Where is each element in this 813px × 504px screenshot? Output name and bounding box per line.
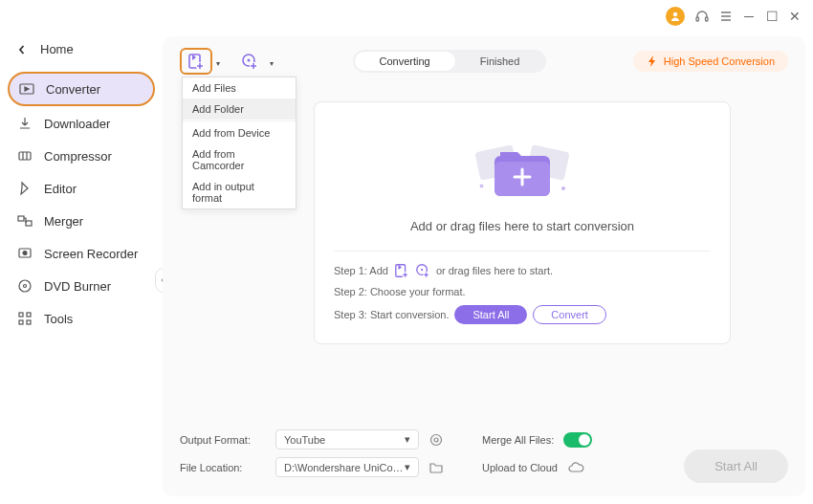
start-all-main-button[interactable]: Start All [684, 449, 788, 483]
merger-icon [17, 213, 33, 229]
chevron-down-icon: ▾ [216, 59, 220, 68]
sidebar-item-label: Tools [44, 312, 73, 326]
svg-point-14 [19, 280, 31, 292]
sidebar-item-converter[interactable]: Converter [8, 72, 155, 106]
cloud-icon[interactable] [567, 461, 584, 474]
dropdown-item-add-from-device[interactable]: Add from Device [183, 122, 296, 143]
sidebar-item-dvd-burner[interactable]: DVD Burner [8, 271, 155, 301]
add-file-button[interactable]: ▾ Add Files Add Folder Add from Device A… [180, 48, 212, 75]
add-dropdown: Add Files Add Folder Add from Device Add… [182, 77, 297, 209]
sidebar-item-label: Editor [44, 182, 77, 196]
sidebar-item-label: DVD Burner [44, 279, 111, 294]
svg-rect-1 [696, 17, 699, 21]
dvd-burner-icon [17, 278, 33, 294]
sidebar-item-label: Screen Recorder [44, 247, 138, 261]
svg-rect-2 [706, 17, 709, 21]
editor-icon [17, 181, 33, 196]
step-2: Step 2: Choose your format. [334, 286, 711, 297]
chevron-down-icon: ▾ [405, 433, 410, 446]
high-speed-badge[interactable]: High Speed Conversion [633, 51, 788, 72]
svg-point-27 [561, 186, 565, 190]
svg-point-33 [431, 434, 442, 445]
add-dvd-icon [415, 263, 430, 278]
svg-rect-11 [26, 221, 32, 226]
dropzone-headline: Add or drag files here to start conversi… [334, 219, 711, 233]
chevron-down-icon: ▾ [270, 59, 274, 68]
toolbar: ▾ Add Files Add Folder Add from Device A… [180, 48, 788, 75]
settings-icon[interactable] [428, 432, 444, 448]
maximize-button[interactable]: ☐ [765, 9, 779, 24]
home-button[interactable]: Home [8, 36, 155, 62]
avatar[interactable] [666, 7, 685, 26]
sidebar-item-downloader[interactable]: Downloader [8, 108, 155, 139]
sidebar-item-merger[interactable]: Merger [8, 206, 155, 236]
merge-all-label: Merge All Files: [482, 434, 554, 446]
add-dvd-button[interactable]: ▾ [233, 48, 266, 75]
add-file-icon [394, 263, 409, 278]
merge-all-toggle[interactable] [563, 432, 592, 448]
sidebar-item-editor[interactable]: Editor [8, 173, 155, 204]
step-1: Step 1: Add or drag files here to start. [334, 263, 711, 278]
start-all-button[interactable]: Start All [454, 305, 527, 324]
minimize-button[interactable]: ─ [742, 9, 756, 24]
sidebar-item-label: Downloader [44, 117, 110, 131]
dropdown-item-add-from-camcorder[interactable]: Add from Camcorder [183, 143, 296, 176]
svg-rect-17 [27, 313, 31, 317]
dropdown-item-add-folder[interactable]: Add Folder [183, 99, 296, 120]
chevron-down-icon: ▾ [405, 461, 410, 473]
file-location-select[interactable]: D:\Wondershare UniConverter 1 ▾ [275, 457, 419, 477]
output-format-label: Output Format: [180, 434, 266, 446]
status-tabs: Converting Finished [353, 50, 547, 73]
lightning-icon [647, 55, 658, 67]
close-button[interactable]: ✕ [788, 9, 802, 24]
svg-point-31 [421, 269, 423, 271]
headset-icon[interactable] [694, 9, 710, 24]
back-icon [17, 45, 27, 55]
output-format-select[interactable]: YouTube ▾ [275, 429, 419, 449]
svg-rect-16 [19, 313, 23, 317]
sidebar-item-compressor[interactable]: Compressor [8, 141, 155, 171]
compressor-icon [17, 148, 33, 164]
svg-rect-18 [19, 320, 23, 324]
sidebar-item-screen-recorder[interactable]: Screen Recorder [8, 238, 155, 269]
dropzone[interactable]: Add or drag files here to start conversi… [314, 101, 731, 344]
svg-point-0 [673, 12, 677, 16]
sidebar-item-label: Converter [46, 82, 100, 97]
svg-point-15 [24, 285, 27, 288]
screen-recorder-icon [17, 246, 33, 261]
menu-icon[interactable] [719, 10, 733, 23]
sidebar-item-tools[interactable]: Tools [8, 303, 155, 334]
convert-button[interactable]: Convert [533, 305, 606, 324]
folder-icon[interactable] [428, 460, 444, 475]
tab-converting[interactable]: Converting [355, 52, 455, 71]
svg-rect-7 [19, 152, 31, 160]
titlebar: ─ ☐ ✕ [0, 0, 813, 33]
dropzone-illustration [334, 129, 711, 206]
svg-point-34 [434, 438, 438, 442]
svg-rect-19 [27, 320, 31, 324]
tab-finished[interactable]: Finished [455, 52, 545, 71]
dropdown-item-add-files[interactable]: Add Files [183, 77, 296, 99]
divider [334, 251, 711, 252]
high-speed-label: High Speed Conversion [664, 55, 775, 67]
home-label: Home [40, 42, 74, 56]
svg-point-13 [23, 252, 27, 255]
sidebar-item-label: Merger [44, 214, 83, 229]
step-3: Step 3: Start conversion. Start All Conv… [334, 305, 711, 324]
main-panel: ▾ Add Files Add Folder Add from Device A… [163, 36, 805, 496]
downloader-icon [17, 116, 33, 131]
svg-point-23 [248, 59, 251, 62]
file-location-label: File Location: [180, 462, 266, 473]
sidebar-item-label: Compressor [44, 149, 112, 164]
converter-icon [19, 81, 34, 97]
svg-rect-10 [18, 216, 24, 221]
upload-cloud-label: Upload to Cloud [482, 462, 558, 473]
sidebar: Home Converter Downloader Compressor Edi… [0, 33, 163, 504]
tools-icon [17, 311, 33, 326]
dropdown-item-add-in-output-format[interactable]: Add in output format [183, 176, 296, 208]
